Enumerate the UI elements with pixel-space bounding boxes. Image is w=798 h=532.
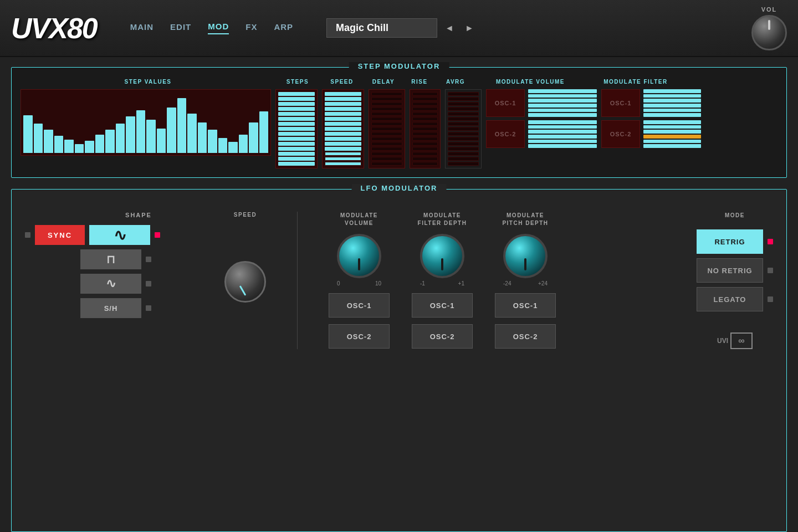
no-retrig-button[interactable]: NO RETRIG [697, 258, 763, 283]
retrig-indicator [768, 239, 773, 244]
h-bar-sm [528, 89, 597, 93]
filter-h-bar [643, 144, 701, 148]
h-bar [412, 157, 438, 161]
h-bar [448, 147, 479, 151]
volume-knob[interactable] [751, 15, 787, 50]
preset-next-button[interactable]: ► [462, 22, 477, 34]
h-bar [325, 92, 361, 96]
h-bar-sm [528, 94, 597, 98]
sync-button[interactable]: SYNC [35, 225, 85, 245]
no-retrig-row: NO RETRIG [697, 258, 773, 283]
lfo-left-panel: SHAPE SYNC ∿ ⊓ ∿ [25, 212, 202, 318]
mod-vol-osc2-bars [528, 120, 597, 148]
mod-vol-osc2-label[interactable]: OSC-2 [486, 120, 525, 148]
h-bar [278, 162, 315, 166]
h-bar [278, 127, 315, 131]
sync-shape-row1: SYNC ∿ [25, 225, 202, 245]
step-bar[interactable] [54, 136, 64, 153]
step-bar[interactable] [218, 138, 228, 154]
retrig-row: RETRIG [697, 229, 773, 254]
step-values-header: STEP VALUES [21, 79, 275, 85]
tab-main[interactable]: MAIN [130, 22, 154, 34]
lfo-speed-knob[interactable] [224, 261, 266, 303]
step-bar[interactable] [105, 130, 115, 153]
lfo-filter-osc2-button[interactable]: OSC-2 [412, 324, 473, 349]
step-bar[interactable] [249, 122, 258, 153]
mod-volume-section: OSC-1 OSC-2 [486, 89, 597, 168]
h-bar [371, 157, 402, 161]
step-bar[interactable] [167, 108, 176, 154]
delay-slider[interactable] [369, 89, 405, 168]
step-bar[interactable] [187, 114, 197, 154]
lfo-filter-knob[interactable] [420, 234, 464, 278]
mod-filter-header: MODULATE FILTER [586, 79, 686, 85]
legato-button[interactable]: LEGATO [697, 287, 763, 311]
h-bar [325, 147, 361, 151]
h-bar [412, 147, 438, 151]
filter-h-bar [643, 135, 701, 139]
mod-filter-osc1-row: OSC-1 [601, 89, 701, 117]
h-bar [448, 132, 479, 136]
step-bar[interactable] [259, 111, 269, 153]
steps-slider[interactable] [275, 89, 318, 168]
step-bar[interactable] [239, 135, 248, 153]
step-bar[interactable] [198, 122, 207, 153]
h-bar [278, 147, 315, 151]
tab-arp[interactable]: ARP [274, 22, 293, 34]
shape-square-button[interactable]: ⊓ [80, 249, 141, 269]
step-bar[interactable] [85, 141, 94, 153]
lfo-pitch-osc1-button[interactable]: OSC-1 [495, 293, 556, 318]
step-bar[interactable] [23, 115, 33, 153]
step-bar[interactable] [177, 98, 187, 153]
mod-filter-osc2-label[interactable]: OSC-2 [601, 120, 640, 148]
h-bar [448, 137, 479, 141]
h-bar [325, 162, 361, 166]
h-bar [278, 92, 315, 96]
shape-sh-button[interactable]: S/H [80, 298, 141, 318]
lfo-pitch-knob[interactable] [503, 234, 548, 278]
rise-slider[interactable] [410, 89, 441, 168]
shape-sine-button[interactable]: ∿ [89, 225, 150, 245]
tab-edit[interactable]: EDIT [170, 22, 191, 34]
speed-slider[interactable] [322, 89, 364, 168]
h-bar [371, 112, 402, 116]
retrig-button[interactable]: RETRIG [697, 229, 763, 254]
preset-area: Magic Chill ◄ ► [326, 18, 477, 38]
h-bar [412, 142, 438, 146]
step-bar[interactable] [157, 129, 166, 153]
legato-row: LEGATO [697, 287, 773, 311]
step-bar[interactable] [34, 124, 43, 153]
step-values-display[interactable] [21, 89, 271, 156]
shape-saw-indicator [146, 281, 151, 287]
preset-prev-button[interactable]: ◄ [442, 22, 457, 34]
lfo-vol-osc1-button[interactable]: OSC-1 [329, 293, 390, 318]
step-bar[interactable] [44, 130, 53, 153]
h-bar [325, 107, 361, 111]
mod-filter-section: OSC-1 OSC-2 [601, 89, 701, 168]
h-bar-sm [528, 104, 597, 108]
step-bar[interactable] [126, 116, 135, 153]
h-bar-sm [528, 125, 597, 129]
lfo-pitch-osc2-button[interactable]: OSC-2 [495, 324, 556, 349]
step-bar[interactable] [136, 110, 146, 153]
step-bar[interactable] [64, 140, 74, 153]
lfo-filter-osc1-button[interactable]: OSC-1 [412, 293, 473, 318]
step-bar[interactable] [95, 135, 105, 153]
step-bar[interactable] [228, 142, 238, 153]
step-bar[interactable] [75, 144, 84, 154]
mod-vol-osc1-label[interactable]: OSC-1 [486, 89, 525, 117]
h-bar [371, 142, 402, 146]
lfo-vol-osc2-button[interactable]: OSC-2 [329, 324, 390, 349]
lfo-mod-volume-section: MODULATE VOLUME 0 10 OSC-1 OSC-2 [329, 212, 390, 349]
shape-sawtooth-button[interactable]: ∿ [80, 274, 141, 294]
step-bar[interactable] [208, 130, 217, 153]
step-bar[interactable] [146, 120, 156, 154]
tab-mod[interactable]: MOD [208, 22, 229, 34]
h-bar [278, 122, 315, 126]
step-bar[interactable] [116, 124, 125, 153]
h-bar-sm [528, 99, 597, 103]
tab-fx[interactable]: FX [245, 22, 257, 34]
lfo-vol-knob[interactable] [337, 234, 381, 278]
mod-filter-osc1-label[interactable]: OSC-1 [601, 89, 640, 117]
main-content: STEP MODULATOR STEP VALUES STEPS SPEED D… [0, 57, 798, 532]
